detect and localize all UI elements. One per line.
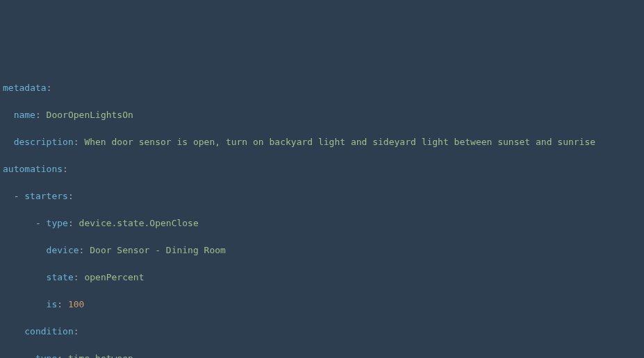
yaml-key: metadata [3,83,47,93]
yaml-key: state [47,272,74,282]
code-line: metadata: [3,81,644,95]
yaml-value: time.between [68,353,133,358]
code-line: type: time.between [3,352,644,358]
dash-icon: - [35,218,41,228]
code-line: state: openPercent [3,271,644,284]
yaml-value: device.state.OpenClose [79,218,199,228]
code-line: - starters: [3,189,644,203]
yaml-key: name [14,110,35,120]
code-line: automations: [3,162,644,176]
yaml-key: is [47,299,58,309]
yaml-value: DoorOpenLightsOn [47,110,133,120]
yaml-value: 100 [68,299,84,309]
yaml-value: openPercent [84,272,144,282]
yaml-code-editor[interactable]: metadata: name: DoorOpenLightsOn descrip… [0,54,644,358]
code-line: - type: device.state.OpenClose [3,216,644,230]
yaml-value: When door sensor is open, turn on backya… [84,137,595,147]
yaml-key: type [35,353,57,358]
yaml-key: condition [24,326,73,336]
code-line: is: 100 [3,298,644,312]
code-line: condition: [3,325,644,339]
code-line: device: Door Sensor - Dining Room [3,244,644,257]
yaml-key: description [14,137,74,147]
yaml-key: device [47,245,79,255]
yaml-key: automations [3,164,63,174]
yaml-key: type [47,218,68,228]
yaml-value: Door Sensor - Dining Room [90,245,226,255]
dash-icon: - [14,191,19,201]
yaml-key: starters [24,191,68,201]
code-line: description: When door sensor is open, t… [3,135,644,149]
code-line: name: DoorOpenLightsOn [3,108,644,122]
